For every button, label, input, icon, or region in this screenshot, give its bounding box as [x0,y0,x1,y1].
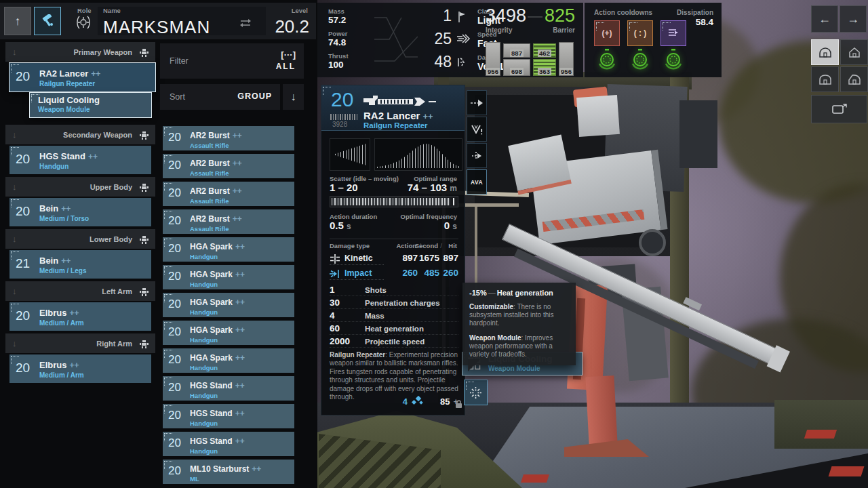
browser-item[interactable]: 20HGA Spark++Handgun [163,321,294,345]
group-header[interactable]: ↓Primary Weapon [5,42,155,62]
item-level: 20 [168,381,181,394]
equipped-item[interactable]: 20Elbrus++Medium / Arm [9,302,151,331]
equipped-item[interactable]: 20HGS Stand++Handgun [9,146,151,174]
item-level: 20 [168,298,181,311]
stat-connector-lines [374,12,418,68]
warning-stats-button[interactable] [467,117,487,142]
view-hangar-button[interactable] [811,39,839,65]
item-level: 20 [168,409,181,422]
item-subtitle: Medium / Legs [39,267,86,274]
browser-item[interactable]: 20HGA Spark++Handgun [163,265,294,289]
ava-mode-button[interactable]: AVA [467,169,487,195]
equipped-item[interactable]: 20Elbrus++Medium / Arm [9,354,151,383]
resource-value: 100 [328,60,376,70]
browser-item[interactable]: 20HGA Spark++Handgun [163,293,294,317]
item-name-line: Bein++ [39,254,86,266]
item-name-line: HGA Spark++ [190,268,245,280]
range-value-text: 74 – 103 [408,182,447,193]
torso-upper-barrier: 462 [538,49,551,57]
col-second: Second [415,242,438,249]
projectile-path-button[interactable] [467,143,487,168]
attribute-value: 2000 [330,336,350,346]
item-text: HGA Spark++Handgun [190,268,245,288]
cooldown-slot-orange[interactable]: ( : ) [627,20,653,46]
swap-icon[interactable] [239,18,252,31]
view-shelter-button[interactable] [840,66,868,92]
crosshair-icon[interactable] [76,15,91,33]
browser-item[interactable]: 20AR2 Burst++Assault Rifle [163,182,294,206]
equipped-item[interactable]: 20Bein++Medium / Torso [9,198,151,226]
browser-item[interactable]: 20HGS Stand++Handgun [163,404,294,428]
installed-module-item[interactable]: Liquid CoolingWeapon Module [30,93,151,117]
browser-item[interactable]: 20AR2 Burst++Assault Rifle [163,126,294,150]
item-plus-rank: ++ [233,131,242,140]
browser-item[interactable]: 20HGA Spark++Handgun [163,237,294,262]
item-subtitle: Assault Rifle [190,197,242,205]
resource-power: Power74.8 [328,30,376,47]
attribute-row: 60Heat generation [330,323,458,335]
group-header[interactable]: ↓Left Arm [5,281,155,301]
dissipation-value: 58.4 [696,17,713,27]
expand-view-icon [831,102,848,116]
torso-upper-block: 887 [503,43,530,58]
collapse-arrow-icon: ↓ [12,182,17,192]
customize-tool-button[interactable] [34,7,61,35]
attribute-label: Mass [365,312,384,320]
sort-direction-button[interactable]: ↓ [283,84,304,110]
toggle-view-button[interactable] [811,95,867,123]
browser-item[interactable]: 20AR2 Burst++Assault Rifle [163,209,294,234]
item-text: Elbrus++Medium / Arm [39,359,84,379]
back-button[interactable]: ↑ [4,7,31,35]
level-label: Level [292,7,308,14]
mech-part-icon [140,287,149,299]
damage-row-impact: Impact260485260 [330,267,458,281]
weapon-plus-rank: ++ [422,111,433,121]
item-name-line: AR2 Burst++ [190,212,242,224]
mech-part-icon [140,47,149,60]
item-subtitle: Handgun [190,364,245,371]
group-label: Lower Body [90,235,132,243]
equipped-item[interactable]: 21Bein++Medium / Legs [9,250,151,279]
group-header[interactable]: ↓Right Arm [5,333,155,353]
item-name-line: HGS Stand++ [190,407,245,419]
item-name-line: AR2 Burst++ [190,129,242,141]
subsystem-slot-button[interactable] [464,380,488,405]
group-header[interactable]: ↓Secondary Weapon [5,125,155,144]
browser-item[interactable]: 20ML10 Starburst++ML [163,460,294,484]
browser-item[interactable]: 20AR2 Burst++Assault Rifle [163,154,294,178]
item-subtitle: Handgun [190,308,245,316]
collapse-arrow-icon: ↓ [12,234,17,244]
item-name-line: HGA Spark++ [190,240,245,252]
module-tooltip: -15%—Heat generation Customizable: There… [462,283,576,365]
cooldown-slot-purple[interactable] [660,20,686,46]
item-subtitle: Medium / Arm [39,319,84,327]
attribute-label: Penetration charges [365,299,440,307]
item-name: Bein [39,203,58,214]
view-base-button[interactable] [840,39,868,65]
sparkle-icon [411,396,425,407]
next-unit-button[interactable]: → [840,5,867,33]
browser-item[interactable]: 20HGS Stand++Handgun [163,376,294,401]
filter-box[interactable]: Filter [···] ALL [160,43,304,79]
group-header[interactable]: ↓Upper Body [5,177,155,197]
mobility-value: 25 [419,30,452,48]
cooldown-slot-red[interactable]: (+) [594,20,620,46]
torso-lower-hp: 698 [510,68,524,75]
browser-item[interactable]: 20HGA Spark++Handgun [163,348,294,373]
damage-type-header: Damage type [330,242,370,249]
group-header[interactable]: ↓Lower Body [5,229,155,249]
sort-box[interactable]: Sort GROUP [160,84,280,110]
shelter-icon [848,74,861,85]
browser-item[interactable]: 20HGS Stand++Handgun [163,432,294,456]
prev-unit-button[interactable]: ← [811,5,838,33]
item-text: AR2 Burst++Assault Rifle [190,212,242,232]
item-text: Elbrus++Medium / Arm [39,306,84,327]
unit-name[interactable]: MARKSMAN [103,17,210,38]
compare-button[interactable] [467,90,487,115]
damage-name: Kinetic [344,253,373,263]
equipped-item[interactable]: 20RA2 Lancer++Railgun Repeater [9,63,155,92]
level-value: 20.2 [275,16,309,37]
attribute-value: 60 [330,323,340,333]
item-name: Elbrus [39,308,66,318]
view-barn-button[interactable] [811,66,839,92]
